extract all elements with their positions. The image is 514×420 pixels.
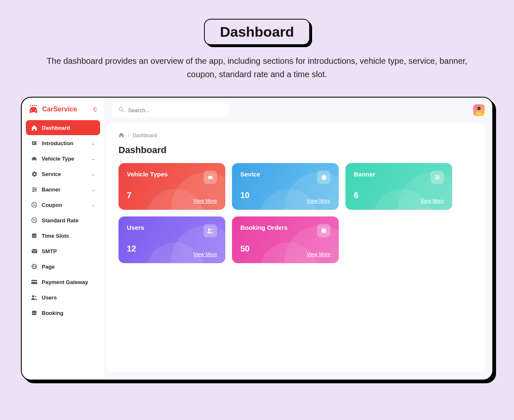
svg-rect-7 <box>32 141 37 145</box>
content-panel: › Dashboard Dashboard Vehicle Types 7 Vi… <box>106 123 485 372</box>
sidebar-item-label: Banner <box>42 186 60 193</box>
svg-point-20 <box>33 204 34 204</box>
home-icon[interactable] <box>118 132 124 139</box>
svg-rect-71 <box>324 228 325 229</box>
user-avatar[interactable] <box>473 104 485 116</box>
car-icon <box>204 171 217 184</box>
svg-rect-68 <box>323 231 324 231</box>
sidebar-item-payment-gateway[interactable]: Payment Gateway <box>26 274 100 289</box>
svg-rect-8 <box>33 142 36 143</box>
svg-rect-46 <box>35 313 36 314</box>
svg-point-55 <box>211 178 212 179</box>
calendar-icon <box>317 224 330 237</box>
users-icon <box>31 294 38 301</box>
app-window: CarService Dashboard Introduction ⌄ Vehi… <box>21 97 493 380</box>
card-title: Booking Orders <box>240 224 287 231</box>
sidebar-item-introduction[interactable]: Introduction ⌄ <box>26 136 100 151</box>
sidebar-item-dashboard[interactable]: Dashboard <box>26 120 100 135</box>
svg-point-62 <box>436 178 437 179</box>
sidebar-item-booking[interactable]: Booking <box>26 305 100 320</box>
envelope-icon <box>31 248 38 254</box>
svg-point-5 <box>35 110 36 111</box>
sidebar-item-label: Vehicle Type <box>42 156 74 162</box>
sidebar-item-label: Payment Gateway <box>42 279 88 285</box>
svg-rect-69 <box>325 231 325 231</box>
view-more-link[interactable]: View More <box>194 198 217 204</box>
svg-point-41 <box>35 296 37 297</box>
breadcrumb: › Dashboard <box>118 132 472 139</box>
svg-point-4 <box>31 110 32 111</box>
view-more-link[interactable]: View More <box>307 251 330 257</box>
sliders-icon <box>431 171 444 184</box>
stat-card-sevice: Sevice 10 View More <box>232 163 339 210</box>
svg-point-3 <box>35 105 37 106</box>
sidebar-item-vehicle-type[interactable]: Vehicle Type ⌄ <box>26 151 100 166</box>
card-title: Banner <box>354 171 375 178</box>
svg-point-25 <box>35 221 35 221</box>
brand-logo[interactable]: CarService <box>28 104 77 114</box>
card-title: Sevice <box>240 171 260 178</box>
sidebar-item-label: Coupon <box>42 202 62 208</box>
sidebar-item-standard-rate[interactable]: Standard Rate <box>26 213 100 228</box>
stat-card-booking-orders: Booking Orders 50 View More <box>232 216 339 263</box>
stat-card-users: Users 12 View More <box>118 216 225 263</box>
breadcrumb-current: Dashboard <box>133 133 157 138</box>
calendar-icon <box>31 232 38 239</box>
view-more-link[interactable]: View More <box>421 198 444 204</box>
svg-point-14 <box>33 187 34 189</box>
chevron-down-icon: ⌄ <box>91 156 95 161</box>
users-icon <box>204 224 217 237</box>
sidebar-item-users[interactable]: Users <box>26 290 100 305</box>
chevron-down-icon: ⌄ <box>91 171 95 177</box>
svg-point-54 <box>209 178 209 179</box>
sidebar-item-time-slots[interactable]: Time Slots <box>26 228 100 243</box>
sidebar-item-label: Standard Rate <box>42 217 78 224</box>
sidebar-collapse-button[interactable] <box>91 106 98 113</box>
svg-rect-9 <box>33 143 35 144</box>
sidebar-item-service[interactable]: Service ⌄ <box>26 166 100 181</box>
svg-rect-34 <box>31 249 37 253</box>
svg-rect-33 <box>35 233 35 234</box>
sidebar-item-label: Service <box>42 171 61 177</box>
stat-card-banner: Banner 6 View More <box>345 163 452 210</box>
svg-point-58 <box>436 175 437 176</box>
svg-point-1 <box>32 105 33 106</box>
svg-point-2 <box>34 105 35 106</box>
sidebar-item-smtp[interactable]: SMTP <box>26 244 100 259</box>
percent-icon <box>31 217 38 224</box>
svg-point-40 <box>32 295 34 297</box>
svg-rect-31 <box>35 236 36 236</box>
sidebar-item-banner[interactable]: Banner ⌄ <box>26 182 100 197</box>
svg-rect-47 <box>33 310 33 312</box>
view-more-link[interactable]: View More <box>194 251 217 257</box>
svg-rect-28 <box>32 234 37 235</box>
view-more-link[interactable]: View More <box>307 198 330 204</box>
sidebar-item-page[interactable]: Page <box>26 259 100 274</box>
hero-subtitle: The dashboard provides an overview of th… <box>21 54 493 81</box>
sidebar-item-label: Booking <box>42 310 63 316</box>
svg-rect-30 <box>34 236 35 236</box>
calendar-icon <box>31 309 38 316</box>
sidebar-item-label: Users <box>42 294 57 301</box>
credit-card-icon <box>31 279 38 285</box>
svg-point-51 <box>477 107 481 110</box>
search-box[interactable] <box>112 103 229 118</box>
svg-line-50 <box>122 111 123 112</box>
svg-rect-43 <box>32 311 37 312</box>
svg-rect-48 <box>35 310 35 312</box>
svg-rect-66 <box>322 229 326 230</box>
svg-point-10 <box>33 159 33 160</box>
sidebar: CarService Dashboard Introduction ⌄ Vehi… <box>22 98 104 380</box>
chevron-right-icon: › <box>128 133 129 138</box>
svg-rect-45 <box>34 313 35 314</box>
svg-point-63 <box>208 229 210 231</box>
svg-point-18 <box>33 190 34 191</box>
search-input[interactable] <box>128 107 222 113</box>
svg-point-12 <box>33 173 35 175</box>
sidebar-item-coupon[interactable]: Coupon ⌄ <box>26 197 100 212</box>
svg-point-11 <box>35 159 36 160</box>
svg-point-0 <box>30 105 31 106</box>
svg-point-21 <box>35 205 35 206</box>
card-title: Vehicle Types <box>127 171 168 178</box>
sidebar-item-label: Dashboard <box>42 125 70 131</box>
